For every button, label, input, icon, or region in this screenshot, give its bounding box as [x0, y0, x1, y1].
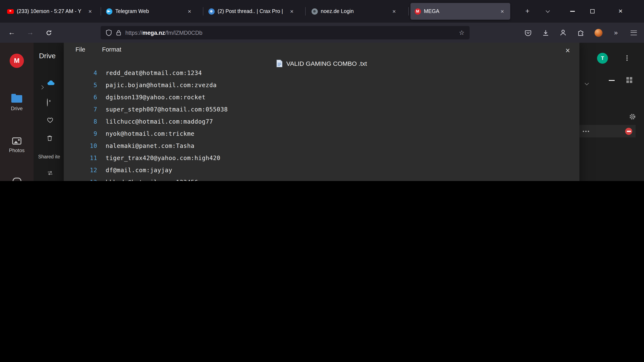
back-button[interactable]: ← — [4, 26, 19, 39]
account-button[interactable] — [554, 26, 572, 39]
settings-gear-icon[interactable] — [629, 113, 636, 122]
photos-icon — [12, 137, 22, 145]
file-line: 8 lilchucc@hotmail.com:maddog77 — [76, 115, 576, 127]
tab-noez[interactable]: noez.de Login × — [307, 3, 402, 20]
line-text: dgibson139@yahoo.com:rocket — [106, 94, 206, 100]
sort-chevron-icon[interactable] — [585, 79, 588, 86]
hamburger-icon — [630, 30, 637, 35]
url-domain: mega.nz — [142, 29, 165, 36]
noez-favicon — [311, 8, 318, 15]
downloads-button[interactable] — [537, 26, 554, 39]
line-text: nyok@hotmail.com:trickme — [106, 130, 194, 137]
reload-button[interactable] — [42, 26, 56, 39]
line-text: super_steph007@hotmail.com:055038 — [106, 106, 228, 112]
line-number: 12 — [76, 167, 97, 173]
window-close-button[interactable]: × — [608, 0, 633, 23]
pocket-icon — [524, 29, 532, 36]
file-line: 9 nyok@hotmail.com:trickme — [76, 127, 576, 139]
rubbish-bin-icon[interactable] — [47, 135, 52, 143]
tab-separator — [408, 7, 409, 15]
file-row[interactable] — [580, 125, 636, 137]
line-text: redd_deat@hotmail.com:1234 — [106, 69, 202, 76]
tab-title: (233) 10erson - 5:27 AM - Y — [17, 8, 83, 14]
shared-items-label[interactable]: Shared ite — [38, 154, 63, 159]
recents-clock-icon[interactable] — [47, 99, 48, 106]
new-tab-button[interactable]: + — [522, 5, 533, 17]
account-icon — [559, 29, 567, 36]
window-maximize-button[interactable] — [583, 0, 602, 23]
mega-logo[interactable]: M — [10, 54, 24, 68]
tab-title: noez.de Login — [321, 8, 387, 14]
tab-close-icon[interactable]: × — [390, 7, 398, 15]
tab-close-icon[interactable]: × — [86, 7, 94, 15]
transfers-icon[interactable] — [47, 170, 53, 178]
youtube-favicon — [7, 8, 14, 15]
rail-item-drive[interactable]: Drive — [0, 94, 34, 111]
tab-separator — [100, 7, 101, 15]
page-content: M Drive Photos Chat Devices Drive — [0, 43, 644, 181]
account-avatar[interactable]: T — [597, 53, 608, 64]
app-menu-button[interactable] — [625, 26, 642, 39]
menu-format[interactable]: Format — [102, 46, 122, 53]
tab-mega-active[interactable]: M MEGA × — [410, 3, 510, 20]
url-scheme: https:// — [125, 29, 142, 36]
tab-telegram[interactable]: Telegram Web × — [102, 3, 198, 20]
url-text[interactable]: https://mega.nz/fm/lZMD0CDb — [125, 29, 202, 36]
maximize-icon — [590, 9, 594, 13]
favourites-heart-icon[interactable] — [47, 117, 53, 125]
address-bar[interactable]: https://mega.nz/fm/lZMD0CDb ☆ — [100, 26, 470, 39]
line-text: tiger_trax420@yahoo.com:high420 — [106, 154, 220, 161]
row-context-menu-icon[interactable] — [583, 130, 584, 132]
tab-separator — [203, 7, 203, 15]
mega-file-manager-right: T — [580, 43, 644, 181]
line-number: 11 — [76, 154, 97, 161]
extension-badge-button[interactable] — [590, 26, 607, 39]
forward-button[interactable]: → — [23, 26, 37, 39]
extension-icon — [594, 29, 602, 37]
rail-item-photos[interactable]: Photos — [0, 137, 34, 153]
viewer-menu-bar: File Format — [64, 43, 580, 56]
file-content[interactable]: 4 redd_deat@hotmail.com:1234 5 pajic.boj… — [76, 69, 576, 181]
tree-expand-icon[interactable] — [40, 83, 43, 90]
file-line: 5 pajic.bojan@hotmail.com:zvezda — [76, 79, 576, 91]
list-all-tabs-button[interactable] — [542, 5, 554, 17]
line-number: 8 — [76, 118, 97, 125]
text-file-viewer: File Format × VALID GAMING COMBO .txt — [64, 43, 580, 181]
screen: (233) 10erson - 5:27 AM - Y × Telegram W… — [0, 0, 644, 181]
file-line: 12 df@mail.com:jayjay — [76, 164, 576, 176]
line-number: 6 — [76, 94, 97, 100]
takedown-icon — [625, 128, 632, 135]
file-line: 6 dgibson139@yahoo.com:rocket — [76, 91, 576, 103]
pocket-button[interactable] — [519, 26, 537, 39]
overflow-menu-button[interactable]: » — [607, 26, 625, 39]
tab-close-icon[interactable]: × — [498, 7, 506, 15]
telegram-favicon — [106, 8, 112, 15]
grid-view-toggle[interactable] — [626, 77, 632, 83]
toolbar-actions: » — [519, 26, 642, 39]
shield-icon[interactable] — [106, 29, 112, 36]
tab-title: MEGA — [424, 8, 495, 14]
line-number: 13 — [76, 179, 97, 181]
window-minimize-button[interactable] — [563, 0, 582, 23]
tab-craxpro[interactable]: (2) Post thread.. | Crax Pro | × — [204, 3, 300, 20]
line-text: lilchucc@hotmail.com:maddog77 — [106, 118, 213, 125]
chat-bubble-icon — [12, 178, 21, 181]
tab-close-icon[interactable]: × — [185, 7, 194, 15]
browser-tab-bar: (233) 10erson - 5:27 AM - Y × Telegram W… — [0, 0, 644, 23]
lock-icon[interactable] — [116, 29, 121, 36]
rail-item-chat[interactable]: Chat — [0, 178, 34, 181]
line-text: df@mail.com:jayjay — [106, 167, 172, 173]
tab-youtube[interactable]: (233) 10erson - 5:27 AM - Y × — [3, 3, 98, 20]
tab-close-icon[interactable]: × — [288, 7, 296, 15]
viewer-close-button[interactable]: × — [563, 46, 573, 56]
mega-left-rail: M Drive Photos Chat Devices — [0, 43, 34, 181]
bookmark-star-icon[interactable]: ☆ — [459, 29, 464, 36]
url-path: /fm/lZMD0CDb — [165, 29, 202, 36]
file-line: 11 tiger_trax420@yahoo.com:high420 — [76, 152, 576, 164]
more-options-icon[interactable] — [626, 55, 628, 56]
menu-file[interactable]: File — [76, 46, 85, 53]
file-line: 7 super_steph007@hotmail.com:055038 — [76, 103, 576, 115]
tab-title: Telegram Web — [115, 8, 182, 14]
cloud-drive-icon[interactable] — [47, 80, 55, 87]
extensions-button[interactable] — [572, 26, 590, 39]
